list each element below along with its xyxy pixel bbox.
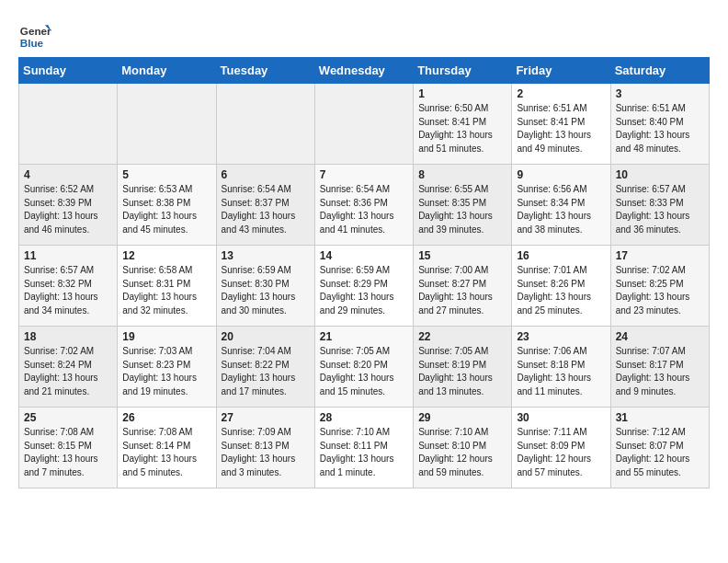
- calendar-cell: 12Sunrise: 6:58 AM Sunset: 8:31 PM Dayli…: [118, 246, 216, 327]
- calendar-cell: 1Sunrise: 6:50 AM Sunset: 8:41 PM Daylig…: [414, 84, 512, 165]
- day-number: 28: [320, 411, 408, 424]
- calendar-cell: [19, 84, 118, 165]
- day-info: Sunrise: 6:51 AM Sunset: 8:40 PM Dayligh…: [616, 102, 704, 155]
- calendar-cell: 4Sunrise: 6:52 AM Sunset: 8:39 PM Daylig…: [19, 165, 118, 246]
- day-info: Sunrise: 7:07 AM Sunset: 8:17 PM Dayligh…: [616, 345, 704, 398]
- day-info: Sunrise: 6:55 AM Sunset: 8:35 PM Dayligh…: [418, 183, 506, 236]
- header-monday: Monday: [118, 58, 216, 84]
- day-number: 10: [616, 168, 704, 181]
- day-info: Sunrise: 7:06 AM Sunset: 8:18 PM Dayligh…: [517, 345, 605, 398]
- day-info: Sunrise: 7:03 AM Sunset: 8:23 PM Dayligh…: [122, 345, 210, 398]
- calendar-cell: 3Sunrise: 6:51 AM Sunset: 8:40 PM Daylig…: [610, 84, 709, 165]
- day-info: Sunrise: 7:00 AM Sunset: 8:27 PM Dayligh…: [418, 264, 506, 317]
- header-wednesday: Wednesday: [314, 58, 413, 84]
- day-info: Sunrise: 6:57 AM Sunset: 8:33 PM Dayligh…: [616, 183, 704, 236]
- calendar-cell: 9Sunrise: 6:56 AM Sunset: 8:34 PM Daylig…: [512, 165, 610, 246]
- calendar-cell: 24Sunrise: 7:07 AM Sunset: 8:17 PM Dayli…: [610, 327, 709, 408]
- calendar-cell: 20Sunrise: 7:04 AM Sunset: 8:22 PM Dayli…: [216, 327, 314, 408]
- day-info: Sunrise: 6:54 AM Sunset: 8:36 PM Dayligh…: [320, 183, 408, 236]
- day-info: Sunrise: 7:05 AM Sunset: 8:20 PM Dayligh…: [320, 345, 408, 398]
- calendar-cell: 29Sunrise: 7:10 AM Sunset: 8:10 PM Dayli…: [414, 408, 512, 488]
- calendar-cell: 23Sunrise: 7:06 AM Sunset: 8:18 PM Dayli…: [512, 327, 610, 408]
- day-info: Sunrise: 6:51 AM Sunset: 8:41 PM Dayligh…: [517, 102, 605, 155]
- day-info: Sunrise: 6:53 AM Sunset: 8:38 PM Dayligh…: [122, 183, 210, 236]
- calendar-cell: 5Sunrise: 6:53 AM Sunset: 8:38 PM Daylig…: [118, 165, 216, 246]
- calendar-cell: [314, 84, 413, 165]
- calendar-cell: 25Sunrise: 7:08 AM Sunset: 8:15 PM Dayli…: [19, 408, 118, 488]
- day-number: 8: [418, 168, 506, 181]
- day-number: 3: [616, 87, 704, 100]
- calendar-week-row: 11Sunrise: 6:57 AM Sunset: 8:32 PM Dayli…: [19, 246, 710, 327]
- day-number: 23: [517, 330, 605, 343]
- day-info: Sunrise: 7:09 AM Sunset: 8:13 PM Dayligh…: [222, 426, 310, 479]
- calendar-header-row: SundayMondayTuesdayWednesdayThursdayFrid…: [19, 58, 710, 84]
- calendar-cell: 11Sunrise: 6:57 AM Sunset: 8:32 PM Dayli…: [19, 246, 118, 327]
- day-number: 4: [24, 168, 112, 181]
- calendar-cell: 18Sunrise: 7:02 AM Sunset: 8:24 PM Dayli…: [19, 327, 118, 408]
- day-number: 1: [418, 87, 506, 100]
- calendar-cell: [118, 84, 216, 165]
- calendar-cell: 22Sunrise: 7:05 AM Sunset: 8:19 PM Dayli…: [414, 327, 512, 408]
- calendar-cell: 21Sunrise: 7:05 AM Sunset: 8:20 PM Dayli…: [314, 327, 413, 408]
- day-number: 17: [616, 249, 704, 262]
- header-thursday: Thursday: [414, 58, 512, 84]
- calendar-cell: 10Sunrise: 6:57 AM Sunset: 8:33 PM Dayli…: [610, 165, 709, 246]
- calendar-cell: 19Sunrise: 7:03 AM Sunset: 8:23 PM Dayli…: [118, 327, 216, 408]
- day-number: 12: [122, 249, 210, 262]
- calendar-cell: 31Sunrise: 7:12 AM Sunset: 8:07 PM Dayli…: [610, 408, 709, 488]
- calendar-table: SundayMondayTuesdayWednesdayThursdayFrid…: [18, 57, 710, 488]
- calendar-week-row: 4Sunrise: 6:52 AM Sunset: 8:39 PM Daylig…: [19, 165, 710, 246]
- calendar-cell: 28Sunrise: 7:10 AM Sunset: 8:11 PM Dayli…: [314, 408, 413, 488]
- header-saturday: Saturday: [610, 58, 709, 84]
- calendar-cell: 8Sunrise: 6:55 AM Sunset: 8:35 PM Daylig…: [414, 165, 512, 246]
- day-number: 15: [418, 249, 506, 262]
- day-info: Sunrise: 7:10 AM Sunset: 8:11 PM Dayligh…: [320, 426, 408, 479]
- page-header: General Blue: [18, 15, 710, 52]
- day-number: 21: [320, 330, 408, 343]
- calendar-cell: 13Sunrise: 6:59 AM Sunset: 8:30 PM Dayli…: [216, 246, 314, 327]
- day-number: 7: [320, 168, 408, 181]
- day-number: 14: [320, 249, 408, 262]
- calendar-cell: 7Sunrise: 6:54 AM Sunset: 8:36 PM Daylig…: [314, 165, 413, 246]
- day-number: 13: [222, 249, 310, 262]
- calendar-week-row: 25Sunrise: 7:08 AM Sunset: 8:15 PM Dayli…: [19, 408, 710, 488]
- day-info: Sunrise: 6:50 AM Sunset: 8:41 PM Dayligh…: [418, 102, 506, 155]
- calendar-cell: 17Sunrise: 7:02 AM Sunset: 8:25 PM Dayli…: [610, 246, 709, 327]
- logo-icon: General Blue: [18, 18, 51, 52]
- day-number: 11: [24, 249, 112, 262]
- calendar-week-row: 18Sunrise: 7:02 AM Sunset: 8:24 PM Dayli…: [19, 327, 710, 408]
- calendar-cell: 30Sunrise: 7:11 AM Sunset: 8:09 PM Dayli…: [512, 408, 610, 488]
- day-number: 18: [24, 330, 112, 343]
- day-number: 26: [122, 411, 210, 424]
- day-info: Sunrise: 6:59 AM Sunset: 8:30 PM Dayligh…: [222, 264, 310, 317]
- svg-text:Blue: Blue: [20, 37, 44, 49]
- day-number: 2: [517, 87, 605, 100]
- day-info: Sunrise: 7:10 AM Sunset: 8:10 PM Dayligh…: [418, 426, 506, 479]
- calendar-cell: 16Sunrise: 7:01 AM Sunset: 8:26 PM Dayli…: [512, 246, 610, 327]
- calendar-cell: 2Sunrise: 6:51 AM Sunset: 8:41 PM Daylig…: [512, 84, 610, 165]
- calendar-cell: 6Sunrise: 6:54 AM Sunset: 8:37 PM Daylig…: [216, 165, 314, 246]
- day-number: 6: [222, 168, 310, 181]
- day-info: Sunrise: 7:12 AM Sunset: 8:07 PM Dayligh…: [616, 426, 704, 479]
- day-info: Sunrise: 7:02 AM Sunset: 8:24 PM Dayligh…: [24, 345, 112, 398]
- day-info: Sunrise: 7:01 AM Sunset: 8:26 PM Dayligh…: [517, 264, 605, 317]
- day-number: 27: [222, 411, 310, 424]
- day-info: Sunrise: 7:02 AM Sunset: 8:25 PM Dayligh…: [616, 264, 704, 317]
- calendar-week-row: 1Sunrise: 6:50 AM Sunset: 8:41 PM Daylig…: [19, 84, 710, 165]
- day-number: 25: [24, 411, 112, 424]
- day-number: 22: [418, 330, 506, 343]
- day-info: Sunrise: 7:04 AM Sunset: 8:22 PM Dayligh…: [222, 345, 310, 398]
- header-tuesday: Tuesday: [216, 58, 314, 84]
- day-info: Sunrise: 6:58 AM Sunset: 8:31 PM Dayligh…: [122, 264, 210, 317]
- day-number: 5: [122, 168, 210, 181]
- day-info: Sunrise: 6:54 AM Sunset: 8:37 PM Dayligh…: [222, 183, 310, 236]
- day-number: 16: [517, 249, 605, 262]
- header-friday: Friday: [512, 58, 610, 84]
- calendar-cell: 27Sunrise: 7:09 AM Sunset: 8:13 PM Dayli…: [216, 408, 314, 488]
- day-number: 29: [418, 411, 506, 424]
- day-info: Sunrise: 7:11 AM Sunset: 8:09 PM Dayligh…: [517, 426, 605, 479]
- calendar-cell: 14Sunrise: 6:59 AM Sunset: 8:29 PM Dayli…: [314, 246, 413, 327]
- calendar-cell: [216, 84, 314, 165]
- header-sunday: Sunday: [19, 58, 118, 84]
- day-info: Sunrise: 7:08 AM Sunset: 8:15 PM Dayligh…: [24, 426, 112, 479]
